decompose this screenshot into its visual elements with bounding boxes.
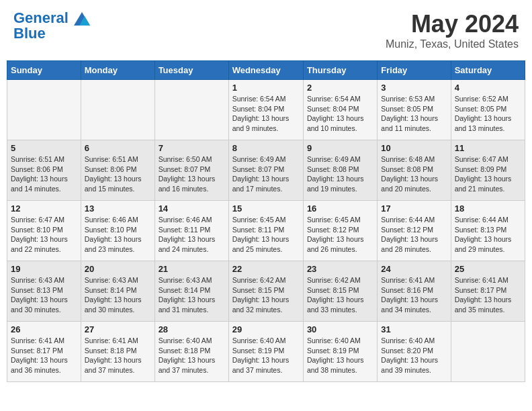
day-info: Sunrise: 6:43 AM Sunset: 8:14 PM Dayligh… [159, 275, 225, 315]
month-year: May 2024 [386, 10, 519, 38]
day-header-sunday: Sunday [7, 61, 81, 80]
day-info: Sunrise: 6:42 AM Sunset: 8:15 PM Dayligh… [232, 275, 300, 315]
day-info: Sunrise: 6:52 AM Sunset: 8:05 PM Dayligh… [455, 94, 521, 134]
calendar-cell: 29Sunrise: 6:40 AM Sunset: 8:19 PM Dayli… [228, 322, 303, 382]
day-header-wednesday: Wednesday [228, 61, 303, 80]
calendar-cell: 17Sunrise: 6:44 AM Sunset: 8:12 PM Dayli… [378, 201, 451, 261]
day-number: 10 [381, 143, 447, 153]
day-number: 25 [455, 264, 521, 274]
day-info: Sunrise: 6:41 AM Sunset: 8:17 PM Dayligh… [455, 275, 521, 315]
day-number: 22 [232, 264, 300, 274]
calendar-cell: 4Sunrise: 6:52 AM Sunset: 8:05 PM Daylig… [451, 80, 525, 140]
calendar-cell: 24Sunrise: 6:41 AM Sunset: 8:16 PM Dayli… [378, 261, 451, 322]
calendar-cell [81, 80, 154, 140]
day-info: Sunrise: 6:50 AM Sunset: 8:07 PM Dayligh… [159, 154, 225, 194]
calendar-cell: 15Sunrise: 6:45 AM Sunset: 8:11 PM Dayli… [228, 201, 303, 261]
calendar-cell: 14Sunrise: 6:46 AM Sunset: 8:11 PM Dayli… [154, 201, 228, 261]
calendar-header-row: SundayMondayTuesdayWednesdayThursdayFrid… [7, 61, 525, 80]
day-info: Sunrise: 6:40 AM Sunset: 8:19 PM Dayligh… [307, 336, 373, 375]
day-info: Sunrise: 6:43 AM Sunset: 8:14 PM Dayligh… [85, 275, 151, 315]
day-number: 26 [11, 324, 77, 334]
day-header-friday: Friday [378, 61, 451, 80]
logo-text: General [13, 10, 90, 26]
day-number: 17 [381, 203, 447, 214]
day-info: Sunrise: 6:54 AM Sunset: 8:04 PM Dayligh… [307, 94, 373, 134]
day-number: 4 [455, 83, 521, 93]
day-info: Sunrise: 6:45 AM Sunset: 8:12 PM Dayligh… [307, 215, 373, 255]
day-number: 6 [85, 143, 151, 153]
day-info: Sunrise: 6:47 AM Sunset: 8:10 PM Dayligh… [11, 215, 77, 255]
day-number: 1 [232, 83, 300, 93]
day-info: Sunrise: 6:45 AM Sunset: 8:11 PM Dayligh… [232, 215, 300, 255]
day-header-thursday: Thursday [303, 61, 377, 80]
calendar-cell: 16Sunrise: 6:45 AM Sunset: 8:12 PM Dayli… [303, 201, 377, 261]
calendar-cell: 9Sunrise: 6:49 AM Sunset: 8:08 PM Daylig… [303, 140, 377, 201]
calendar-cell [7, 80, 81, 140]
day-info: Sunrise: 6:53 AM Sunset: 8:05 PM Dayligh… [381, 94, 447, 134]
calendar-cell: 22Sunrise: 6:42 AM Sunset: 8:15 PM Dayli… [228, 261, 303, 322]
day-info: Sunrise: 6:41 AM Sunset: 8:17 PM Dayligh… [11, 336, 77, 375]
calendar-cell: 21Sunrise: 6:43 AM Sunset: 8:14 PM Dayli… [154, 261, 228, 322]
day-info: Sunrise: 6:40 AM Sunset: 8:20 PM Dayligh… [381, 336, 447, 375]
logo-icon [74, 12, 90, 26]
day-header-monday: Monday [81, 61, 154, 80]
week-row-3: 12Sunrise: 6:47 AM Sunset: 8:10 PM Dayli… [7, 201, 525, 261]
day-number: 9 [307, 143, 373, 153]
day-number: 11 [455, 143, 521, 153]
calendar-cell: 10Sunrise: 6:48 AM Sunset: 8:08 PM Dayli… [378, 140, 451, 201]
day-info: Sunrise: 6:49 AM Sunset: 8:07 PM Dayligh… [232, 154, 300, 194]
day-info: Sunrise: 6:44 AM Sunset: 8:13 PM Dayligh… [455, 215, 521, 255]
calendar-table: SundayMondayTuesdayWednesdayThursdayFrid… [7, 60, 525, 382]
day-header-saturday: Saturday [451, 61, 525, 80]
day-number: 27 [85, 324, 151, 334]
day-number: 28 [159, 324, 225, 334]
calendar-cell: 31Sunrise: 6:40 AM Sunset: 8:20 PM Dayli… [378, 322, 451, 382]
day-info: Sunrise: 6:54 AM Sunset: 8:04 PM Dayligh… [232, 94, 300, 134]
day-number: 16 [307, 203, 373, 214]
calendar-cell: 18Sunrise: 6:44 AM Sunset: 8:13 PM Dayli… [451, 201, 525, 261]
calendar-cell: 11Sunrise: 6:47 AM Sunset: 8:09 PM Dayli… [451, 140, 525, 201]
day-number: 5 [11, 143, 77, 153]
week-row-1: 1Sunrise: 6:54 AM Sunset: 8:04 PM Daylig… [7, 80, 525, 140]
calendar-cell: 30Sunrise: 6:40 AM Sunset: 8:19 PM Dayli… [303, 322, 377, 382]
calendar-cell: 23Sunrise: 6:42 AM Sunset: 8:15 PM Dayli… [303, 261, 377, 322]
day-info: Sunrise: 6:51 AM Sunset: 8:06 PM Dayligh… [11, 154, 77, 194]
calendar-cell: 1Sunrise: 6:54 AM Sunset: 8:04 PM Daylig… [228, 80, 303, 140]
day-number: 15 [232, 203, 300, 214]
day-number: 13 [85, 203, 151, 214]
calendar-cell: 27Sunrise: 6:41 AM Sunset: 8:18 PM Dayli… [81, 322, 154, 382]
day-info: Sunrise: 6:42 AM Sunset: 8:15 PM Dayligh… [307, 275, 373, 315]
calendar-cell [154, 80, 228, 140]
logo: General Blue [13, 10, 90, 42]
day-info: Sunrise: 6:49 AM Sunset: 8:08 PM Dayligh… [307, 154, 373, 194]
day-info: Sunrise: 6:46 AM Sunset: 8:10 PM Dayligh… [85, 215, 151, 255]
day-info: Sunrise: 6:51 AM Sunset: 8:06 PM Dayligh… [85, 154, 151, 194]
calendar-cell: 28Sunrise: 6:40 AM Sunset: 8:18 PM Dayli… [154, 322, 228, 382]
calendar-cell: 3Sunrise: 6:53 AM Sunset: 8:05 PM Daylig… [378, 80, 451, 140]
day-number: 21 [159, 264, 225, 274]
day-info: Sunrise: 6:41 AM Sunset: 8:18 PM Dayligh… [85, 336, 151, 375]
day-number: 8 [232, 143, 300, 153]
title-block: May 2024 Muniz, Texas, United States [386, 10, 519, 50]
day-number: 30 [307, 324, 373, 334]
day-info: Sunrise: 6:40 AM Sunset: 8:18 PM Dayligh… [159, 336, 225, 375]
day-number: 19 [11, 264, 77, 274]
day-info: Sunrise: 6:44 AM Sunset: 8:12 PM Dayligh… [381, 215, 447, 255]
week-row-4: 19Sunrise: 6:43 AM Sunset: 8:13 PM Dayli… [7, 261, 525, 322]
day-info: Sunrise: 6:40 AM Sunset: 8:19 PM Dayligh… [232, 336, 300, 375]
day-header-tuesday: Tuesday [154, 61, 228, 80]
day-number: 20 [85, 264, 151, 274]
day-info: Sunrise: 6:43 AM Sunset: 8:13 PM Dayligh… [11, 275, 77, 315]
calendar-cell: 6Sunrise: 6:51 AM Sunset: 8:06 PM Daylig… [81, 140, 154, 201]
day-number: 7 [159, 143, 225, 153]
day-number: 18 [455, 203, 521, 214]
day-info: Sunrise: 6:48 AM Sunset: 8:08 PM Dayligh… [381, 154, 447, 194]
calendar-cell: 13Sunrise: 6:46 AM Sunset: 8:10 PM Dayli… [81, 201, 154, 261]
calendar-cell: 12Sunrise: 6:47 AM Sunset: 8:10 PM Dayli… [7, 201, 81, 261]
calendar-cell: 2Sunrise: 6:54 AM Sunset: 8:04 PM Daylig… [303, 80, 377, 140]
day-number: 31 [381, 324, 447, 334]
day-info: Sunrise: 6:41 AM Sunset: 8:16 PM Dayligh… [381, 275, 447, 315]
calendar-cell: 8Sunrise: 6:49 AM Sunset: 8:07 PM Daylig… [228, 140, 303, 201]
day-number: 2 [307, 83, 373, 93]
calendar-cell: 7Sunrise: 6:50 AM Sunset: 8:07 PM Daylig… [154, 140, 228, 201]
